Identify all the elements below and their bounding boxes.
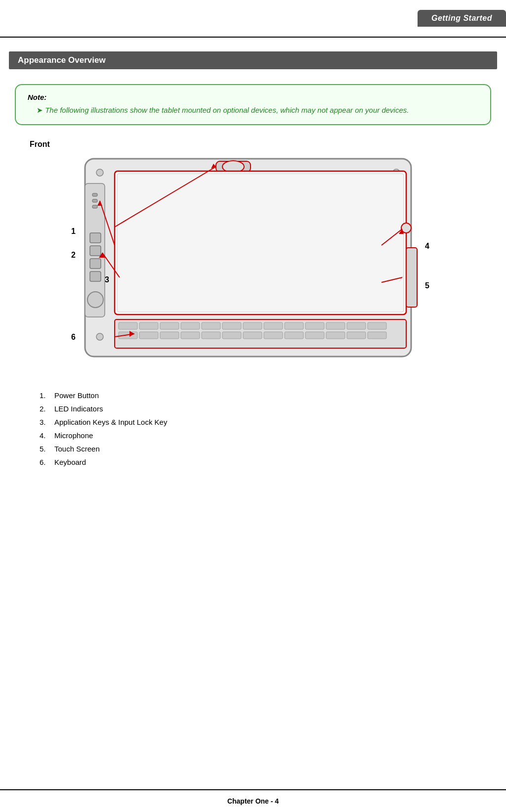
svg-point-3 [96,333,103,340]
footer: Chapter One - 4 [0,789,506,812]
svg-rect-41 [264,332,283,339]
svg-rect-8 [92,193,97,196]
list-item-num: 1. [40,391,54,400]
header-tab: Getting Started [418,10,506,27]
list-item-num: 2. [40,405,54,413]
list-item: 6. Keyboard [40,458,506,466]
svg-rect-14 [90,271,101,281]
svg-rect-43 [305,332,324,339]
list-item-label: Microphone [54,431,93,440]
footer-text: Chapter One - 4 [227,797,279,805]
front-label: Front [30,140,506,149]
svg-rect-9 [92,199,97,202]
list-item-num: 4. [40,431,54,440]
callout-5: 5 [425,281,429,290]
svg-rect-35 [139,332,158,339]
svg-rect-10 [92,205,97,208]
list-item-label: Touch Screen [54,445,100,453]
svg-rect-22 [139,322,158,329]
list-item: 3. Application Keys & Input Lock Key [40,418,506,426]
svg-rect-12 [90,246,101,256]
svg-rect-27 [243,322,262,329]
note-box: Note: The following illustrations show t… [15,84,491,125]
callout-6: 6 [71,333,76,342]
svg-rect-25 [202,322,220,329]
svg-rect-31 [326,322,345,329]
callout-1: 1 [71,227,76,236]
list-item: 5. Touch Screen [40,445,506,453]
callout-2: 2 [71,251,76,260]
list-item-num: 3. [40,418,54,426]
items-list: 1. Power Button 2. LED Indicators 3. App… [40,391,506,466]
svg-rect-38 [202,332,220,339]
svg-rect-11 [90,233,101,243]
svg-rect-42 [285,332,303,339]
device-illustration [70,154,426,371]
list-item-label: LED Indicators [54,405,103,413]
svg-rect-29 [285,322,303,329]
header: Getting Started [0,0,506,38]
svg-rect-37 [181,332,200,339]
callout-3: 3 [105,275,109,284]
svg-rect-30 [305,322,324,329]
svg-rect-17 [117,174,404,312]
svg-rect-33 [368,322,386,329]
list-item: 1. Power Button [40,391,506,400]
svg-rect-32 [347,322,366,329]
list-item-num: 5. [40,445,54,453]
device-diagram: 1 2 3 4 5 6 [41,154,465,381]
svg-rect-44 [326,332,345,339]
list-item-label: Application Keys & Input Lock Key [54,418,167,426]
svg-rect-21 [119,322,137,329]
svg-rect-46 [368,332,386,339]
note-label: Note: [28,93,478,101]
section-title: Appearance Overview [9,51,497,69]
svg-rect-23 [160,322,179,329]
list-item: 2. LED Indicators [40,405,506,413]
svg-rect-39 [222,332,241,339]
list-item: 4. Microphone [40,431,506,440]
svg-rect-13 [90,259,101,269]
svg-point-15 [87,292,103,308]
svg-rect-45 [347,332,366,339]
note-content: The following illustrations show the tab… [37,104,478,116]
callout-4: 4 [425,242,429,251]
svg-rect-19 [406,248,417,307]
svg-rect-26 [222,322,241,329]
svg-rect-28 [264,322,283,329]
svg-rect-36 [160,332,179,339]
svg-point-1 [96,169,103,176]
list-item-num: 6. [40,458,54,466]
list-item-label: Power Button [54,391,99,400]
list-item-label: Keyboard [54,458,86,466]
svg-rect-40 [243,332,262,339]
svg-rect-24 [181,322,200,329]
